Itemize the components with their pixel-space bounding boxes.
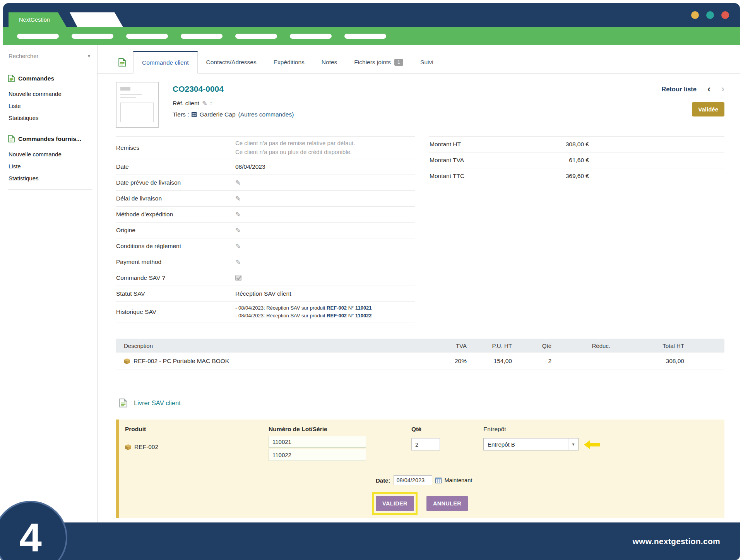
- sidebar-item-statistiques-fournisseur[interactable]: Statistiques: [8, 172, 92, 184]
- status-badge-validee[interactable]: Validée: [692, 102, 724, 116]
- other-orders-link[interactable]: (Autres commandes): [238, 111, 294, 118]
- nav-pill-7[interactable]: [344, 34, 386, 39]
- tab-fichiers-joints[interactable]: Fichiers joints 1: [346, 51, 412, 73]
- attachments-count-badge: 1: [394, 59, 403, 66]
- thumbnail-sketch: [120, 103, 154, 122]
- tiers-name[interactable]: Garderie Cap: [199, 111, 235, 118]
- tab-expeditions[interactable]: Expéditions: [265, 51, 313, 73]
- col-tva: TVA: [420, 343, 467, 349]
- field-label: Payment method: [116, 259, 235, 265]
- brand-tab[interactable]: NextGestion: [9, 12, 67, 27]
- titlebar-tabs: NextGestion: [9, 12, 123, 27]
- history-product-ref: REF-002: [327, 305, 347, 311]
- search-input[interactable]: [9, 53, 88, 59]
- delivery-date-input[interactable]: [394, 475, 432, 485]
- cancel-button[interactable]: ANNULER: [426, 496, 468, 511]
- order-detail-panel: Commande client Contacts/Adresses Expédi…: [98, 45, 740, 522]
- nav-pill-3[interactable]: [126, 34, 168, 39]
- thumbnail-sketch: [120, 97, 136, 98]
- history-text: N°: [347, 305, 355, 311]
- edit-pencil-icon[interactable]: ✎: [235, 243, 241, 250]
- order-line-row[interactable]: REF-002 - PC Portable MAC BOOK 20% 154,0…: [116, 353, 724, 370]
- edit-pencil-icon[interactable]: ✎: [235, 259, 241, 265]
- nav-pill-2[interactable]: [72, 34, 113, 39]
- total-row-ttc: Montant TTC 369,60 €: [429, 168, 724, 184]
- edit-pencil-icon[interactable]: ✎: [202, 100, 207, 107]
- sav-history-entry: - 08/04/2023: Réception SAV sur produit …: [235, 312, 415, 320]
- order-date-value: 08/04/2023: [235, 163, 265, 170]
- order-preview-thumbnail[interactable]: [116, 82, 159, 128]
- total-label: Montant TVA: [430, 157, 538, 164]
- sav-history: - 08/04/2023: Réception SAV sur produit …: [235, 304, 415, 320]
- ref-client-colon: :: [210, 100, 212, 107]
- edit-pencil-icon[interactable]: ✎: [235, 227, 241, 234]
- calendar-icon[interactable]: [435, 478, 442, 483]
- lot-serial-input-1[interactable]: [269, 436, 366, 448]
- total-value: 369,60 €: [538, 173, 589, 180]
- validate-highlight-frame: VALIDER: [372, 492, 418, 515]
- validate-button[interactable]: VALIDER: [376, 496, 414, 511]
- tab-label: Notes: [322, 59, 337, 66]
- statut-sav-value: Réception SAV client: [235, 290, 291, 297]
- line-description: REF-002 - PC Portable MAC BOOK: [134, 358, 229, 365]
- sidebar-item-nouvelle-commande[interactable]: Nouvelle commande: [8, 88, 92, 100]
- warehouse-select[interactable]: Entrepôt B ▾: [483, 438, 579, 450]
- window-dot-red[interactable]: [721, 11, 729, 19]
- sidebar-divider: [8, 189, 92, 190]
- line-pu-ht: 154,00: [467, 358, 512, 365]
- field-label: Origine: [116, 227, 235, 234]
- window-controls: [691, 11, 729, 19]
- document-icon: [8, 75, 15, 82]
- sidebar-item-statistiques[interactable]: Statistiques: [8, 112, 92, 124]
- tab-label: Fichiers joints: [354, 59, 391, 66]
- field-label: Commande SAV ?: [116, 274, 235, 281]
- tab-suivi[interactable]: Suivi: [412, 51, 442, 73]
- delivery-qty-input[interactable]: [411, 438, 440, 450]
- panel-col-produit: Produit: [125, 426, 146, 433]
- history-text: - 08/04/2023: Réception SAV sur produit: [235, 313, 327, 319]
- window-dot-teal[interactable]: [706, 11, 714, 19]
- tab-label: Suivi: [420, 59, 433, 66]
- sidebar-item-nouvelle-commande-fournisseur[interactable]: Nouvelle commande: [8, 148, 92, 160]
- field-row-conditions-reglement: Conditions de règlement ✎: [116, 238, 415, 254]
- chevron-down-icon[interactable]: ▾: [88, 53, 90, 59]
- sav-checkbox[interactable]: [235, 275, 241, 281]
- sav-history-entry: - 08/04/2023: Réception SAV sur produit …: [235, 304, 415, 312]
- history-serial: 110022: [355, 313, 372, 319]
- line-total-ht: 308,00: [610, 358, 724, 365]
- line-description-cell: REF-002 - PC Portable MAC BOOK: [116, 358, 420, 365]
- edit-pencil-icon[interactable]: ✎: [235, 180, 241, 186]
- order-info: CO2304-0004 Réf. client ✎ : Tiers : Gard…: [173, 82, 294, 128]
- nav-pill-6[interactable]: [290, 34, 332, 39]
- order-fields-table: Remises Ce client n’a pas de remise rela…: [116, 136, 415, 322]
- main-nav-bar: [3, 27, 740, 45]
- col-reduc: Réduc.: [551, 343, 610, 349]
- prev-order-chevron-icon[interactable]: ‹: [707, 84, 710, 94]
- nav-pill-4[interactable]: [181, 34, 223, 39]
- lot-serial-input-2[interactable]: [269, 449, 366, 461]
- edit-pencil-icon[interactable]: ✎: [235, 195, 241, 202]
- nav-pill-5[interactable]: [235, 34, 277, 39]
- line-qte: 2: [512, 358, 551, 365]
- field-row-methode-expedition: Méthode d’expédition ✎: [116, 207, 415, 223]
- deliver-sav-link[interactable]: Livrer SAV client: [134, 399, 181, 407]
- blank-tab[interactable]: [64, 12, 123, 27]
- sidebar-item-liste-fournisseur[interactable]: Liste: [8, 160, 92, 172]
- delivery-date-label: Date:: [376, 477, 390, 484]
- col-description: Description: [116, 343, 420, 349]
- tab-contacts-adresses[interactable]: Contacts/Adresses: [198, 51, 265, 73]
- history-product-ref: REF-002: [327, 313, 347, 319]
- sidebar-item-liste[interactable]: Liste: [8, 100, 92, 112]
- set-now-link[interactable]: Maintenant: [445, 477, 473, 483]
- field-row-remises: Remises Ce client n’a pas de remise rela…: [116, 137, 415, 159]
- tab-notes[interactable]: Notes: [313, 51, 346, 73]
- window-dot-yellow[interactable]: [691, 11, 699, 19]
- order-header: CO2304-0004 Réf. client ✎ : Tiers : Gard…: [98, 74, 740, 128]
- company-icon: [192, 112, 197, 117]
- next-order-chevron-icon[interactable]: ›: [721, 84, 724, 94]
- sidebar-search[interactable]: ▾: [8, 50, 92, 63]
- nav-pill-1[interactable]: [17, 34, 59, 39]
- back-to-list-link[interactable]: Retour liste: [661, 86, 697, 93]
- edit-pencil-icon[interactable]: ✎: [235, 211, 241, 218]
- tab-commande-client[interactable]: Commande client: [133, 51, 198, 74]
